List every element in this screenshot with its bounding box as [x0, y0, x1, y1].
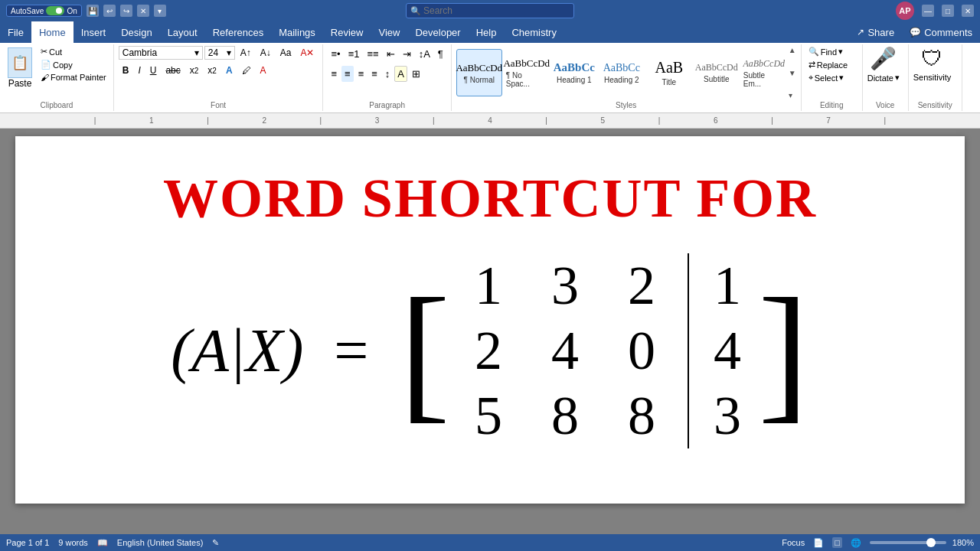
matrix-cell-1-1: 4 — [551, 319, 579, 383]
menu-design[interactable]: Design — [113, 21, 159, 43]
multilevel-list-button[interactable]: ≡≡ — [364, 46, 381, 62]
bold-button[interactable]: B — [119, 64, 133, 77]
autosave-badge[interactable]: AutoSave On — [6, 5, 82, 17]
matrix-cell-1-0: 2 — [475, 319, 502, 383]
subscript-button[interactable]: x2 — [186, 64, 203, 77]
styles-expand[interactable]: ▾ — [789, 91, 796, 99]
avatar[interactable]: AP — [896, 2, 914, 20]
print-layout-button[interactable]: □ — [832, 537, 842, 548]
align-right-button[interactable]: ≡ — [355, 66, 368, 82]
style-h1[interactable]: AaBbCc Heading 1 — [551, 49, 597, 96]
menu-insert[interactable]: Insert — [74, 21, 114, 43]
style-h2-preview: AaBbCc — [603, 62, 640, 74]
menu-home[interactable]: Home — [31, 21, 74, 43]
align-left-button[interactable]: ≡ — [328, 66, 340, 82]
style-h2[interactable]: AaBbCc Heading 2 — [599, 49, 645, 96]
style-title[interactable]: AaB Title — [646, 49, 692, 96]
search-input[interactable] — [406, 3, 574, 18]
highlight-button[interactable]: 🖊 — [238, 64, 255, 77]
styles-scroll-down[interactable]: ▼ — [789, 69, 796, 77]
status-bar-left: Page 1 of 1 9 words 📖 English (United St… — [6, 538, 219, 548]
increase-indent-button[interactable]: ⇥ — [400, 46, 414, 62]
select-button[interactable]: ⌖ Select ▾ — [806, 72, 847, 83]
redo-icon[interactable]: ↪ — [120, 5, 132, 17]
ruler: | 1 | 2 | 3 | 4 | 5 | 6 | 7 | — [0, 113, 980, 129]
window-close-icon[interactable]: ✕ — [962, 5, 974, 17]
style-subtitle-preview: AaBbCcDd — [695, 62, 738, 73]
focus-label[interactable]: Focus — [782, 538, 805, 547]
menu-chemistry[interactable]: Chemistry — [504, 21, 564, 43]
line-spacing-button[interactable]: ↕ — [382, 66, 394, 82]
find-button[interactable]: 🔍 Find ▾ — [806, 46, 845, 57]
menu-help[interactable]: Help — [469, 21, 505, 43]
bullets-button[interactable]: ≡• — [328, 46, 343, 62]
copy-button[interactable]: 📄 Copy — [38, 59, 109, 70]
font-size-select[interactable]: 24 ▾ — [204, 46, 235, 60]
page-info: Page 1 of 1 — [6, 538, 49, 547]
styles-scroll-up[interactable]: ▲ — [789, 46, 796, 54]
paste-button[interactable]: 📋 Paste — [5, 46, 35, 90]
spelling-icon[interactable]: 📖 — [97, 538, 108, 548]
dictate-button[interactable]: 🎤 — [870, 46, 897, 71]
superscript-button[interactable]: x2 — [204, 64, 220, 77]
replace-button[interactable]: ⇄ Replace — [806, 59, 850, 70]
menu-layout[interactable]: Layout — [160, 21, 205, 43]
matrix-cell-1-2: 0 — [628, 319, 655, 383]
menu-review[interactable]: Review — [323, 21, 371, 43]
matrix-cell-2-2: 8 — [628, 384, 655, 448]
track-changes-icon[interactable]: ✎ — [212, 538, 219, 548]
maximize-icon[interactable]: □ — [942, 5, 954, 17]
chevron-down-icon-select: ▾ — [839, 73, 844, 83]
sensitivity-icon[interactable]: 🛡 — [921, 46, 942, 71]
word-count: 9 words — [58, 538, 88, 547]
font-color-button[interactable]: A — [256, 64, 270, 77]
minimize-icon[interactable]: — — [922, 5, 934, 17]
numbering-button[interactable]: ≡1 — [345, 46, 363, 62]
status-bar: Page 1 of 1 9 words 📖 English (United St… — [0, 534, 980, 551]
autosave-toggle[interactable] — [46, 6, 64, 15]
zoom-slider[interactable] — [870, 541, 946, 544]
strikethrough-button[interactable]: abc — [162, 64, 184, 77]
borders-button[interactable]: ⊞ — [409, 66, 423, 82]
menu-file[interactable]: File — [0, 21, 31, 43]
matrix-cell-2-0: 5 — [475, 384, 502, 448]
save-icon[interactable]: 💾 — [87, 5, 99, 17]
web-layout-button[interactable]: 🌐 — [848, 537, 864, 549]
sort-button[interactable]: ↕A — [416, 46, 433, 62]
change-case-button[interactable]: Aa — [276, 46, 296, 60]
more-icon[interactable]: ▾ — [154, 5, 166, 17]
increase-font-button[interactable]: A↑ — [237, 46, 255, 60]
read-mode-button[interactable]: 📄 — [811, 537, 826, 549]
italic-button[interactable]: I — [134, 64, 144, 77]
menu-developer[interactable]: Developer — [407, 21, 468, 43]
format-painter-button[interactable]: 🖌 Format Painter — [38, 72, 109, 83]
style-normal[interactable]: AaBbCcDd ¶ Normal — [456, 49, 502, 96]
menu-mailings[interactable]: Mailings — [271, 21, 323, 43]
style-subtle[interactable]: AaBbCcDd Subtle Em... — [741, 49, 787, 96]
cut-button[interactable]: ✂ Cut — [38, 46, 109, 57]
share-button[interactable]: ↗ Share — [849, 21, 902, 43]
zoom-percent[interactable]: 180% — [952, 538, 974, 547]
close-icon[interactable]: ✕ — [137, 5, 149, 17]
show-formatting-button[interactable]: ¶ — [435, 46, 446, 62]
font-family-select[interactable]: Cambria ▾ — [119, 46, 203, 60]
underline-button[interactable]: U — [146, 64, 161, 77]
style-nospace[interactable]: AaBbCcDd ¶ No Spac... — [504, 49, 550, 96]
clear-format-button[interactable]: A✕ — [296, 46, 318, 60]
justify-button[interactable]: ≡ — [368, 66, 381, 82]
shading-button[interactable]: A — [394, 66, 407, 82]
menu-view[interactable]: View — [371, 21, 407, 43]
style-title-label: Title — [662, 78, 677, 86]
menu-references[interactable]: References — [205, 21, 271, 43]
decrease-font-button[interactable]: A↓ — [256, 46, 275, 60]
style-subtitle[interactable]: AaBbCcDd Subtitle — [694, 49, 740, 96]
undo-icon[interactable]: ↩ — [103, 5, 116, 17]
comments-button[interactable]: 💬 Comments — [902, 21, 980, 43]
text-effects-button[interactable]: A — [222, 64, 237, 77]
decrease-indent-button[interactable]: ⇤ — [384, 46, 398, 62]
matrix-body: 1 3 2 2 4 0 5 8 8 — [450, 253, 680, 448]
align-center-button[interactable]: ≡ — [341, 66, 354, 82]
title-bar: AutoSave On 💾 ↩ ↪ ✕ ▾ 🔍 AP — □ ✕ — [0, 0, 980, 21]
language[interactable]: English (United States) — [117, 538, 204, 547]
style-h2-label: Heading 2 — [604, 76, 639, 84]
